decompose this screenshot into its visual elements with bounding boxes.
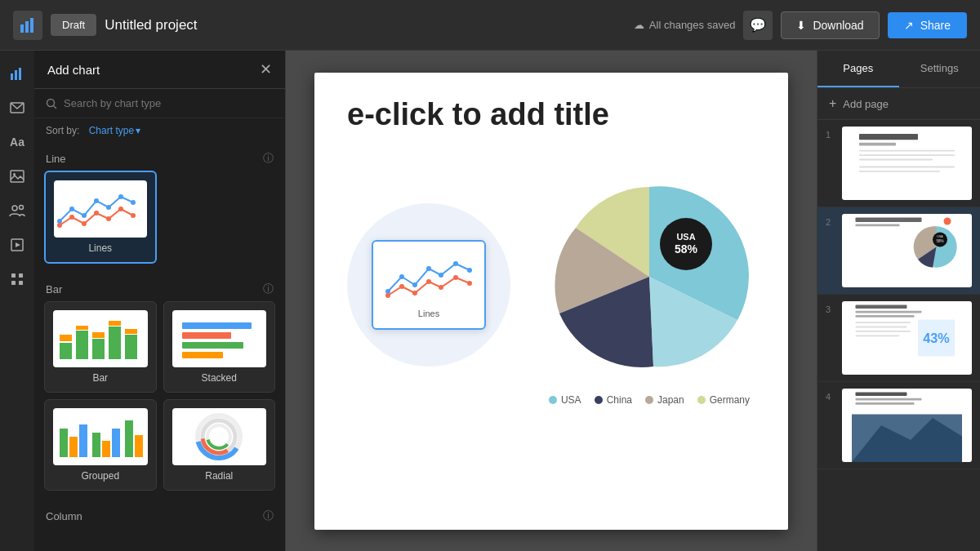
section-header-line: Line ⓘ [34,143,285,171]
svg-rect-15 [11,281,16,285]
svg-rect-83 [859,159,933,161]
svg-marker-12 [16,242,20,247]
svg-point-70 [412,291,417,295]
svg-rect-1 [25,21,29,33]
chart-label-stacked: Stacked [202,372,237,384]
sidebar-item-text[interactable]: Aa [2,127,32,157]
legend-dot-usa [549,396,557,404]
comment-button[interactable]: 💬 [743,11,773,40]
project-title: Untitled project [105,17,197,33]
svg-rect-7 [11,171,24,182]
info-icon-line[interactable]: ⓘ [263,151,274,166]
panel-scroll[interactable]: Line ⓘ [34,143,285,551]
sort-dropdown[interactable]: Chart type ▾ [89,125,140,136]
stacked-preview [172,310,267,367]
page-thumb-3[interactable]: 3 43% [817,295,980,382]
comment-icon: 💬 [750,17,766,33]
chevron-down-icon: ▾ [136,125,140,136]
app-logo [13,11,42,40]
plus-icon: + [829,96,836,111]
legend-dot-japan [645,396,653,404]
info-icon-column[interactable]: ⓘ [263,509,274,523]
svg-rect-95 [856,305,907,309]
svg-rect-81 [859,150,955,152]
page-title[interactable]: e-click to add title [347,97,755,132]
sidebar-item-charts[interactable] [2,59,32,88]
search-input[interactable] [64,97,274,109]
close-panel-button[interactable]: ✕ [260,62,272,77]
page-preview-2: USA 58% [842,214,972,287]
page-preview-1 [842,127,972,200]
chart-item-bar[interactable]: Bar [44,301,157,393]
chart-label-grouped: Grouped [81,470,119,482]
lines-preview [54,180,147,238]
svg-rect-46 [182,352,223,358]
svg-rect-79 [859,134,918,140]
page-preview-3: 43% [842,301,972,375]
sidebar-item-image[interactable] [2,162,32,191]
sidebar-item-people[interactable] [2,196,32,225]
cloud-icon: ☁ [634,19,644,31]
svg-point-26 [57,223,62,228]
share-button[interactable]: ↗ Share [888,12,967,38]
svg-point-23 [106,205,111,210]
svg-rect-35 [76,331,88,359]
svg-rect-100 [856,322,911,323]
chart-label-radial: Radial [205,470,233,482]
svg-rect-96 [856,311,922,313]
draft-button[interactable]: Draft [51,14,96,36]
svg-rect-84 [859,167,955,168]
canvas-area: e-click to add title [286,51,817,551]
svg-rect-101 [856,327,907,328]
sidebar-item-apps[interactable] [2,264,32,294]
svg-point-65 [439,273,443,278]
chart-item-grouped[interactable]: Grouped [44,399,157,491]
svg-rect-53 [125,420,133,457]
page-thumb-2[interactable]: 2 USA 58% [817,207,980,295]
svg-point-66 [453,261,458,266]
svg-rect-33 [60,343,72,359]
page-canvas[interactable]: e-click to add title [314,73,788,530]
page-thumb-4[interactable]: 4 [817,382,980,469]
svg-text:USA: USA [676,232,695,242]
line-chart-card[interactable]: Lines [372,240,486,330]
line-chart-overlay: Lines [347,203,510,367]
sidebar-item-mail[interactable] [2,93,32,122]
panel-header: Add chart ✕ [34,51,285,89]
svg-rect-43 [182,322,252,329]
svg-rect-80 [859,143,896,146]
save-status: ☁ All changes saved [634,19,736,31]
svg-point-69 [399,284,404,289]
svg-point-17 [47,99,55,106]
sidebar-item-play[interactable] [2,230,32,260]
topbar: Draft Untitled project ☁ All changes sav… [0,0,980,51]
chart-item-lines[interactable]: Lines [44,171,157,264]
sort-bar: Sort by: Chart type ▾ [34,118,285,143]
info-icon-bar[interactable]: ⓘ [263,282,274,296]
svg-point-24 [118,194,123,199]
svg-text:58%: 58% [675,242,698,256]
topbar-left: Draft Untitled project [13,11,624,40]
tab-pages[interactable]: Pages [817,51,899,87]
svg-point-72 [439,285,443,290]
svg-rect-47 [60,429,68,457]
svg-rect-3 [11,73,13,80]
svg-text:USA: USA [937,235,943,238]
svg-rect-41 [125,335,137,359]
svg-point-63 [412,282,417,287]
svg-rect-50 [92,433,100,457]
chart-item-stacked[interactable]: Stacked [163,301,276,393]
download-button[interactable]: ⬇ Download [781,11,879,39]
svg-rect-36 [76,326,88,330]
svg-text:43%: 43% [923,331,949,345]
svg-rect-13 [11,273,16,278]
add-page-button[interactable]: + Add page [817,88,980,120]
section-header-bar: Bar ⓘ [34,273,285,301]
svg-rect-49 [79,424,87,457]
tab-settings[interactable]: Settings [899,51,981,87]
chart-item-radial[interactable]: Radial [163,399,276,491]
page-thumb-1[interactable]: 1 [817,120,980,207]
right-tabs: Pages Settings [817,51,980,88]
radial-preview [172,408,267,465]
svg-point-64 [426,266,431,271]
